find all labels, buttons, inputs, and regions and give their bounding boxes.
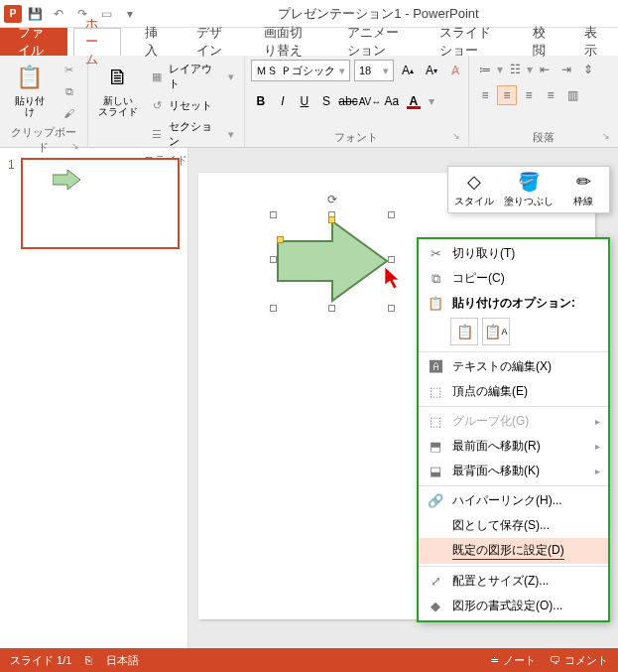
increase-indent-button[interactable]: ⇥ (556, 60, 576, 79)
outline-icon: ✏ (570, 171, 596, 193)
tab-transitions[interactable]: 画面切り替え (246, 28, 329, 56)
notes-button[interactable]: ≐ ノート (490, 653, 536, 668)
slide-thumbnail-1[interactable] (21, 158, 180, 249)
clear-formatting-button[interactable]: A̷ (445, 61, 465, 80)
section-button[interactable]: ☰セクション▾ (145, 117, 238, 151)
cut-button[interactable]: ✂ (58, 60, 81, 79)
chevron-right-icon: ▸ (595, 416, 600, 427)
chevron-right-icon: ▸ (595, 466, 600, 476)
decrease-font-button[interactable]: A▾ (422, 61, 441, 80)
columns-button[interactable]: ▥ (562, 85, 582, 105)
resize-handle[interactable] (388, 305, 395, 312)
tab-animations[interactable]: アニメーション (329, 28, 421, 56)
group-font: ＭＳ Ｐゴシック▾ 18▾ A▴ A▾ A̷ B I U S abc AV↔ A… (245, 56, 469, 147)
increase-font-button[interactable]: A▴ (398, 61, 418, 80)
language-indicator[interactable]: 日本語 (106, 653, 139, 668)
slide-counter[interactable]: スライド 1/1 (10, 653, 71, 668)
ctx-size-position[interactable]: ⤢配置とサイズ(Z)... (419, 569, 608, 594)
dialog-launcher-icon[interactable]: ↘ (600, 131, 612, 143)
reset-button[interactable]: ↺リセット (145, 95, 238, 115)
font-size-combo[interactable]: 18▾ (354, 60, 394, 81)
ctx-copy[interactable]: ⧉コピー(C) (419, 266, 608, 291)
bold-button[interactable]: B (251, 91, 271, 111)
change-case-button[interactable]: Aa (382, 91, 402, 111)
shadow-button[interactable]: S (316, 91, 336, 111)
format-painter-button[interactable]: 🖌 (58, 103, 81, 123)
shape-style-button[interactable]: ◇ スタイル (452, 171, 496, 208)
resize-handle[interactable] (270, 211, 277, 218)
font-name-combo[interactable]: ＭＳ Ｐゴシック▾ (251, 60, 350, 81)
ctx-edit-points[interactable]: ⬚頂点の編集(E) (419, 379, 608, 404)
send-back-icon: ⬓ (427, 464, 444, 478)
rotate-handle-icon[interactable]: ⟳ (327, 193, 337, 206)
resize-handle[interactable] (388, 211, 395, 218)
font-color-button[interactable]: A (404, 91, 424, 111)
strikethrough-button[interactable]: abc (338, 91, 358, 111)
decrease-indent-button[interactable]: ⇤ (535, 60, 555, 79)
tab-view[interactable]: 表示 (566, 28, 618, 56)
resize-handle[interactable] (328, 305, 335, 312)
italic-button[interactable]: I (273, 91, 293, 111)
arrow-shape[interactable] (273, 216, 392, 306)
tab-review[interactable]: 校閲 (515, 28, 566, 56)
tab-insert[interactable]: 挿入 (127, 28, 179, 56)
underline-button[interactable]: U (295, 91, 314, 111)
slide-thumbnail-pane[interactable]: 1 (0, 148, 188, 648)
tab-file[interactable]: ファイル (0, 28, 67, 56)
undo-button[interactable]: ↶ (48, 3, 69, 25)
paste-icon: 📋 (14, 62, 46, 93)
tab-home[interactable]: ホーム (67, 28, 127, 56)
dialog-launcher-icon[interactable]: ↘ (69, 141, 81, 153)
resize-handle[interactable] (270, 256, 277, 263)
bullets-button[interactable]: ≔ (475, 60, 495, 79)
align-right-button[interactable]: ≡ (519, 85, 539, 105)
copy-button[interactable]: ⧉ (58, 81, 81, 101)
adjust-handle[interactable] (277, 236, 284, 243)
adjust-handle[interactable] (328, 216, 335, 223)
paste-options: 📋 📋A (419, 316, 608, 349)
group-clipboard: 📋 貼り付け ✂ ⧉ 🖌 クリップボード↘ (0, 56, 88, 147)
layout-icon: ▦ (149, 68, 165, 84)
ctx-bring-front[interactable]: ⬒最前面へ移動(R)▸ (419, 434, 608, 459)
spell-check-button[interactable]: ⎘ (85, 654, 92, 666)
align-left-button[interactable]: ≡ (475, 85, 495, 105)
edit-text-icon: 🅰 (427, 359, 444, 374)
resize-handle[interactable] (388, 256, 395, 263)
paste-button[interactable]: 📋 貼り付け (6, 60, 54, 119)
save-button[interactable]: 💾 (24, 3, 46, 25)
ctx-hyperlink[interactable]: 🔗ハイパーリンク(H)... (419, 488, 608, 513)
ctx-edit-text[interactable]: 🅰テキストの編集(X) (419, 354, 608, 379)
group-paragraph: ≔▾ ☷▾ ⇤ ⇥ ⇕ ≡ ≡ ≡ ≡ ▥ 段落↘ (469, 56, 618, 147)
thumbnail-number: 1 (8, 158, 15, 249)
shape-fill-button[interactable]: 🪣 塗りつぶし (504, 171, 554, 208)
tab-slideshow[interactable]: スライド ショー (422, 28, 515, 56)
numbering-button[interactable]: ☷ (505, 60, 525, 79)
shape-outline-button[interactable]: ✏ 枠線 (561, 171, 605, 208)
ctx-send-back[interactable]: ⬓最背面へ移動(K)▸ (419, 459, 608, 483)
ctx-save-picture[interactable]: 図として保存(S)... (419, 513, 608, 538)
qat-customize-button[interactable]: ▾ (119, 3, 141, 25)
window-title: プレゼンテーション1 - PowerPoint (143, 5, 614, 23)
style-icon: ◇ (461, 171, 487, 193)
context-menu: ✂切り取り(T) ⧉コピー(C) 📋貼り付けのオプション: 📋 📋A 🅰テキスト… (417, 237, 610, 622)
comments-button[interactable]: 🗨 コメント (550, 653, 608, 668)
character-spacing-button[interactable]: AV↔ (360, 91, 380, 111)
font-color-dropdown[interactable]: ▾ (426, 91, 437, 111)
ctx-cut[interactable]: ✂切り取り(T) (419, 241, 608, 266)
ctx-set-default-shape[interactable]: 既定の図形に設定(D) (419, 538, 608, 564)
bring-front-icon: ⬒ (427, 439, 444, 454)
resize-handle[interactable] (270, 305, 277, 312)
align-center-button[interactable]: ≡ (497, 85, 517, 105)
ctx-format-shape[interactable]: ◆図形の書式設定(O)... (419, 594, 608, 618)
paste-option-theme[interactable]: 📋 (450, 318, 478, 345)
dialog-launcher-icon[interactable]: ↘ (450, 131, 462, 143)
selected-shape[interactable]: ⟳ (273, 214, 392, 309)
paste-option-picture[interactable]: 📋A (482, 318, 510, 345)
justify-button[interactable]: ≡ (541, 85, 560, 105)
tab-design[interactable]: デザイン (179, 28, 246, 56)
line-spacing-button[interactable]: ⇕ (578, 60, 598, 79)
layout-button[interactable]: ▦レイアウト▾ (145, 60, 238, 93)
section-icon: ☰ (149, 126, 165, 142)
slide-canvas[interactable]: ⟳ ◇ (188, 148, 618, 648)
new-slide-button[interactable]: 🗎 新しい スライド (94, 60, 141, 119)
